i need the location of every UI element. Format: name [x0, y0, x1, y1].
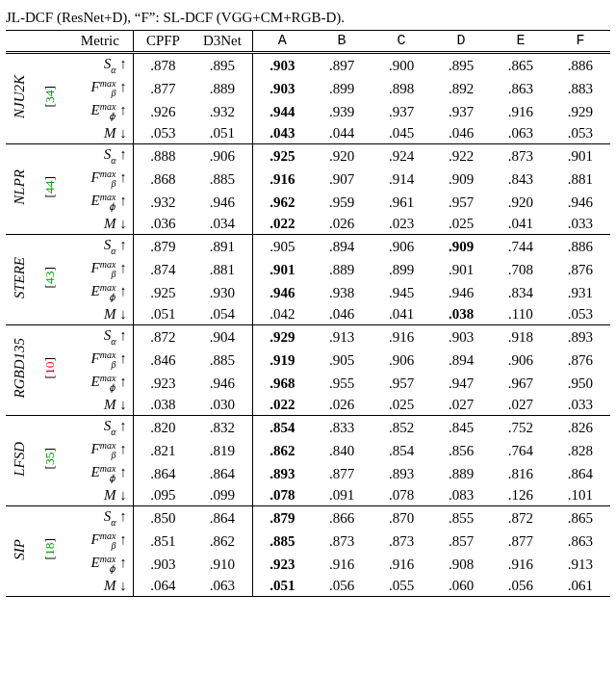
value-cell: .914	[372, 168, 431, 191]
col-d3net: D3Net	[192, 31, 252, 52]
value-cell: .864	[551, 462, 610, 485]
value-cell: .060	[431, 576, 491, 597]
value-cell: .893	[372, 462, 431, 485]
value-cell: .879	[252, 506, 312, 531]
value-cell: .099	[192, 485, 252, 506]
table-row: Emaxϕ ↑.903.910.923.916.916.908.916.913	[6, 553, 610, 576]
value-cell: .885	[192, 168, 252, 191]
value-cell: .055	[372, 576, 431, 597]
value-cell: .946	[551, 191, 610, 214]
value-cell: .929	[252, 325, 312, 349]
value-cell: .913	[312, 325, 372, 349]
value-cell: .895	[192, 54, 252, 78]
table-row: Fmaxβ ↑.846.885.919.905.906.894.906.876	[6, 349, 610, 372]
value-cell: .930	[192, 281, 252, 304]
value-cell: .906	[491, 349, 551, 372]
value-cell: .916	[252, 168, 312, 191]
value-cell: .051	[192, 123, 252, 144]
value-cell: .126	[491, 485, 551, 506]
value-cell: .044	[312, 123, 372, 144]
value-cell: .947	[431, 372, 491, 395]
value-cell: .023	[372, 214, 431, 235]
value-cell: .957	[372, 372, 431, 395]
value-cell: .091	[312, 485, 372, 506]
value-cell: .854	[252, 416, 312, 440]
value-cell: .893	[551, 325, 610, 349]
value-cell: .877	[133, 77, 192, 100]
value-cell: .061	[551, 576, 610, 597]
value-cell: .925	[252, 144, 312, 168]
value-cell: .905	[312, 349, 372, 372]
metric-label: S α ↑	[67, 54, 133, 78]
value-cell: .908	[431, 553, 491, 576]
value-cell: .961	[372, 191, 431, 214]
value-cell: .053	[133, 123, 192, 144]
value-cell: .916	[491, 553, 551, 576]
value-cell: .027	[431, 395, 491, 416]
value-cell: .939	[312, 100, 372, 123]
table-row: Emaxϕ ↑.925.930.946.938.945.946.834.931	[6, 281, 610, 304]
value-cell: .946	[192, 191, 252, 214]
metric-label: Emaxϕ ↑	[67, 553, 133, 576]
value-cell: .874	[133, 258, 192, 281]
value-cell: .889	[431, 462, 491, 485]
value-cell: .903	[252, 77, 312, 100]
value-cell: .876	[551, 258, 610, 281]
table-row: M ↓.095.099.078.091.078.083.126.101	[6, 485, 610, 506]
value-cell: .854	[372, 439, 431, 462]
value-cell: .881	[192, 258, 252, 281]
value-cell: .864	[192, 462, 252, 485]
value-cell: .033	[551, 395, 610, 416]
value-cell: .901	[551, 144, 610, 168]
metric-label: S α ↑	[67, 416, 133, 440]
table-row: M ↓.036.034.022.026.023.025.041.033	[6, 214, 610, 235]
value-cell: .819	[192, 439, 252, 462]
value-cell: .863	[491, 77, 551, 100]
value-cell: .876	[551, 349, 610, 372]
metric-label: Fmaxβ ↑	[67, 168, 133, 191]
value-cell: .916	[372, 553, 431, 576]
dataset-cite: [44]	[34, 144, 67, 235]
value-cell: .846	[133, 349, 192, 372]
value-cell: .894	[431, 349, 491, 372]
table-row: NJU2K[34]S α ↑.878.895.903.897.900.895.8…	[6, 54, 610, 78]
value-cell: .101	[551, 485, 610, 506]
value-cell: .878	[133, 54, 192, 78]
value-cell: .095	[133, 485, 192, 506]
value-cell: .041	[491, 214, 551, 235]
value-cell: .903	[431, 325, 491, 349]
col-a: A	[252, 31, 312, 52]
table-row: NLPR[44]S α ↑.888.906.925.920.924.922.87…	[6, 144, 610, 168]
table-row: M ↓.064.063.051.056.055.060.056.061	[6, 576, 610, 597]
table-row: Emaxϕ ↑.864.864.893.877.893.889.816.864	[6, 462, 610, 485]
value-cell: .932	[192, 100, 252, 123]
value-cell: .063	[192, 576, 252, 597]
metric-label: Fmaxβ ↑	[67, 258, 133, 281]
metric-label: Fmaxβ ↑	[67, 439, 133, 462]
value-cell: .872	[491, 506, 551, 531]
value-cell: .834	[491, 281, 551, 304]
value-cell: .892	[431, 77, 491, 100]
value-cell: .845	[431, 416, 491, 440]
dataset-name: SIP	[6, 506, 34, 597]
metric-label: Fmaxβ ↑	[67, 349, 133, 372]
value-cell: .832	[192, 416, 252, 440]
metric-label: Emaxϕ ↑	[67, 191, 133, 214]
value-cell: .937	[431, 100, 491, 123]
metric-label: M ↓	[67, 304, 133, 325]
value-cell: .866	[312, 506, 372, 531]
value-cell: .923	[133, 372, 192, 395]
value-cell: .046	[431, 123, 491, 144]
value-cell: .078	[252, 485, 312, 506]
value-cell: .923	[252, 553, 312, 576]
value-cell: .873	[491, 144, 551, 168]
dataset-cite: [10]	[34, 325, 67, 416]
value-cell: .938	[312, 281, 372, 304]
table-row: LFSD[35]S α ↑.820.832.854.833.852.845.75…	[6, 416, 610, 440]
value-cell: .919	[252, 349, 312, 372]
value-cell: .855	[431, 506, 491, 531]
value-cell: .931	[551, 281, 610, 304]
value-cell: .899	[312, 77, 372, 100]
value-cell: .916	[312, 553, 372, 576]
table-row: Emaxϕ ↑.926.932.944.939.937.937.916.929	[6, 100, 610, 123]
